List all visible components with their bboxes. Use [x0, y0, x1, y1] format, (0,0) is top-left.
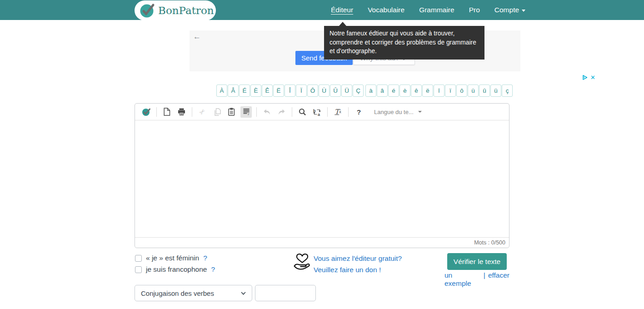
accent-button[interactable]: Û [330, 85, 341, 97]
tooltip-text: Notre fameux édtieur qui vous aide à tro… [329, 30, 476, 55]
verify-text-button[interactable]: Vérifier le texte [447, 253, 507, 270]
accent-button[interactable]: ï [445, 85, 456, 97]
accent-button[interactable]: À [216, 85, 227, 97]
feminine-label: « je » est féminin [146, 254, 199, 262]
donation-links: Vous aimez l'éditeur gratuit? Veuillez f… [314, 253, 402, 275]
language-selector-label: Langue du te... [374, 109, 414, 115]
svg-text:T: T [247, 113, 250, 115]
nav-item-editeur[interactable]: Éditeur [331, 6, 353, 14]
accent-button[interactable]: ô [456, 85, 467, 97]
example-link[interactable]: un exemple [444, 271, 481, 288]
help-icon: ? [357, 108, 361, 116]
undo-button[interactable] [261, 106, 273, 118]
nav-item-grammaire[interactable]: Grammaire [419, 6, 454, 14]
accent-button[interactable]: Ê [262, 85, 273, 97]
accent-button[interactable]: ù [468, 85, 479, 97]
heart-in-hand-icon [292, 251, 312, 271]
paste-icon [228, 108, 235, 116]
accent-button[interactable]: Ù [319, 85, 329, 97]
cut-button[interactable]: ✂ [197, 106, 208, 118]
francophone-checkbox[interactable] [135, 266, 142, 273]
accent-button[interactable]: ç [502, 85, 513, 97]
accent-button[interactable]: Ë [273, 85, 284, 97]
accent-button-bar: À Â É È Ê Ë Î Ï Ô Ù Û Ü Ç à â é è ê ë î … [216, 85, 513, 97]
accent-button[interactable]: Ï [296, 85, 307, 97]
accent-button[interactable]: ü [490, 85, 501, 97]
paste-as-text-button[interactable]: T [240, 106, 252, 118]
brand-name: BonPatron [158, 5, 214, 16]
new-document-icon [164, 108, 170, 116]
replace-button[interactable]: b a [311, 106, 323, 118]
accent-button[interactable]: è [399, 85, 410, 97]
check-circle-icon [142, 107, 151, 116]
word-count: Mots : 0/500 [474, 239, 505, 246]
nav-item-vocabulaire[interactable]: Vocabulaire [368, 6, 404, 14]
text-editor: ✂ T [135, 103, 509, 248]
redo-button[interactable] [276, 106, 287, 118]
francophone-option-row: je suis francophone ? [135, 265, 215, 274]
ad-close-icon[interactable]: ✕ [590, 75, 595, 80]
search-button[interactable] [297, 106, 308, 118]
print-button[interactable] [176, 106, 187, 118]
editor-toolbar: ✂ T [135, 104, 509, 120]
print-icon [178, 108, 185, 115]
search-icon [299, 108, 306, 116]
paste-text-icon: T [243, 108, 250, 115]
example-clear-links: un exemple | effacer [444, 271, 509, 288]
copy-icon [214, 108, 221, 116]
accent-button[interactable]: â [377, 85, 388, 97]
scissors-icon: ✂ [198, 107, 208, 117]
francophone-label: je suis francophone [146, 265, 207, 274]
accent-button[interactable]: É [239, 85, 250, 97]
accent-group-uppercase: À Â É È Ê Ë Î Ï Ô Ù Û Ü Ç [216, 85, 364, 97]
accent-button[interactable]: Ü [341, 85, 352, 97]
accent-button[interactable]: Ô [307, 85, 318, 97]
accent-button[interactable]: Î [285, 85, 295, 97]
accent-button[interactable]: Ç [353, 85, 364, 97]
paste-button[interactable] [226, 106, 237, 118]
conjugation-input[interactable] [255, 285, 316, 301]
verify-toolbar-button[interactable] [140, 106, 152, 118]
conjugation-select-value: Conjugaison des verbes [141, 289, 214, 297]
accent-button[interactable]: ê [411, 85, 422, 97]
feminine-help-link[interactable]: ? [203, 254, 207, 262]
accent-button[interactable]: î [434, 85, 444, 97]
donation-line2-link[interactable]: Veuillez faire un don ! [314, 264, 402, 275]
accent-button[interactable]: û [479, 85, 490, 97]
editor-text-area[interactable] [135, 120, 509, 237]
donation-line1-link[interactable]: Vous aimez l'éditeur gratuit? [314, 253, 402, 264]
links-separator: | [484, 271, 485, 288]
accent-button[interactable]: à [365, 85, 376, 97]
adchoices-triangle-icon[interactable] [582, 75, 588, 80]
help-button[interactable]: ? [353, 106, 364, 118]
svg-text:a: a [318, 112, 320, 116]
feminine-checkbox[interactable] [135, 255, 142, 262]
verify-text-label: Vérifier le texte [454, 258, 500, 266]
language-selector[interactable]: Langue du te... [374, 109, 422, 115]
nav-item-pro[interactable]: Pro [469, 6, 480, 14]
toolbar-separator [192, 107, 192, 117]
redo-icon [278, 109, 285, 115]
top-navbar: Éditeur Vocabulaire Grammaire Pro Compte [0, 0, 644, 20]
accent-button[interactable]: é [388, 85, 399, 97]
clear-link[interactable]: effacer [488, 271, 509, 288]
brand-logo[interactable]: BonPatron [135, 0, 216, 20]
accent-button[interactable]: ë [422, 85, 433, 97]
chevron-down-icon [522, 10, 525, 12]
francophone-help-link[interactable]: ? [211, 265, 215, 274]
clear-formatting-button[interactable]: Tx [332, 106, 344, 118]
toolbar-separator [156, 107, 157, 117]
accent-button[interactable]: È [250, 85, 261, 97]
logo-check-icon [140, 2, 155, 19]
accent-button[interactable]: Â [228, 85, 239, 97]
new-document-button[interactable] [161, 106, 173, 118]
feminine-option-row: « je » est féminin ? [135, 254, 207, 262]
nav-item-compte-label: Compte [494, 6, 519, 14]
nav-item-compte[interactable]: Compte [494, 6, 525, 14]
toolbar-separator [292, 107, 292, 117]
ad-back-arrow-icon[interactable]: ← [193, 32, 201, 41]
conjugation-select[interactable]: Conjugaison des verbes [135, 285, 252, 301]
toolbar-separator [348, 107, 349, 117]
copy-button[interactable] [211, 106, 223, 118]
chevron-down-icon [241, 292, 246, 295]
